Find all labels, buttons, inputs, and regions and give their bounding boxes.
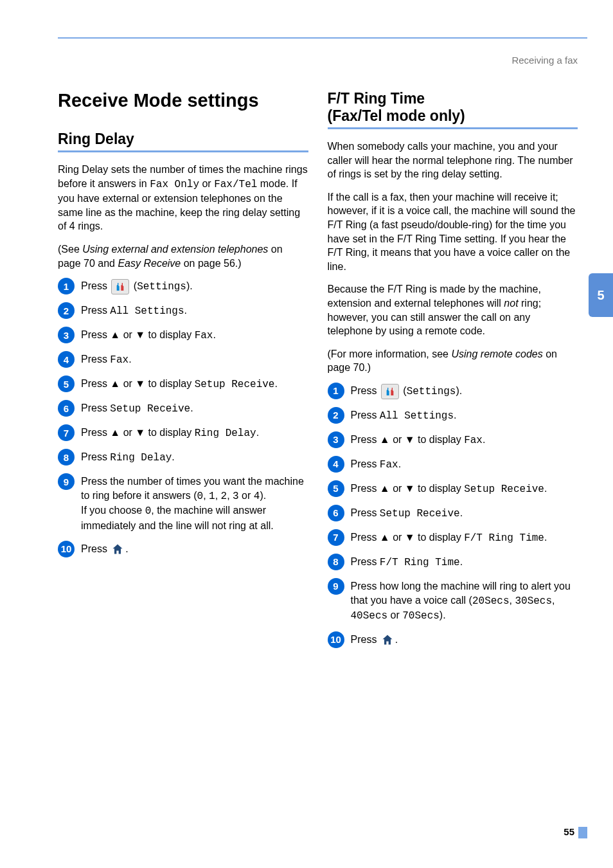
step-text: Press All Settings. xyxy=(351,408,578,424)
step-text: Press All Settings. xyxy=(81,303,308,319)
text: F/T Ring Time xyxy=(328,90,425,107)
left-para-2: (See Using external and extension teleph… xyxy=(58,242,308,270)
code-text: 0 xyxy=(197,491,204,502)
code-text: Setup Receive xyxy=(195,379,275,390)
text: or xyxy=(239,490,254,501)
page-number: 55 xyxy=(564,826,574,837)
step-5: 5 Press ▲ or ▼ to display Setup Receive. xyxy=(58,377,308,392)
text: ). xyxy=(456,385,462,396)
text: . xyxy=(190,402,193,413)
text: Press xyxy=(81,543,110,554)
text: , xyxy=(203,490,209,501)
code-text: 70Secs xyxy=(402,610,440,622)
text: Press xyxy=(351,507,380,518)
text: . xyxy=(460,556,463,567)
text: Press xyxy=(351,410,380,420)
text: or xyxy=(387,610,402,620)
text: . xyxy=(544,483,547,494)
step-number: 1 xyxy=(58,278,75,294)
right-para-3: Because the F/T Ring is made by the mach… xyxy=(328,282,578,338)
step-text: Press how long the machine will ring to … xyxy=(351,579,578,624)
step-number: 1 xyxy=(328,383,344,399)
step-text: Press ▲ or ▼ to display Fax. xyxy=(81,328,308,343)
cross-ref: Using remote codes xyxy=(451,348,542,359)
text: , xyxy=(227,490,233,501)
text: Press ▲ or ▼ to display xyxy=(351,532,465,543)
text: Press xyxy=(81,305,110,316)
code-text: Fax xyxy=(110,354,129,366)
step-4: 4 Press Fax. xyxy=(58,352,308,368)
right-para-1: When somebody calls your machine, you an… xyxy=(328,140,578,181)
right-column: F/T Ring Time (Fax/Tel mode only) When s… xyxy=(328,90,578,657)
text: ). xyxy=(260,490,266,501)
text: Press xyxy=(81,280,110,291)
step-number: 7 xyxy=(328,529,344,546)
text: . xyxy=(129,354,131,365)
step-text: Press ▲ or ▼ to display Ring Delay. xyxy=(81,426,308,441)
code-text: Settings xyxy=(137,281,186,293)
step-3: 3 Press ▲ or ▼ to display Fax. xyxy=(58,328,308,343)
step-number: 9 xyxy=(58,473,75,490)
text: ( xyxy=(130,280,137,291)
step-6: 6 Press Setup Receive. xyxy=(328,506,578,521)
step-4: 4 Press Fax. xyxy=(328,457,578,473)
code-text: 4 xyxy=(254,491,260,502)
step-text: Press (Settings). xyxy=(81,279,308,294)
text: . xyxy=(544,532,547,543)
text: . xyxy=(274,378,277,389)
text: or xyxy=(199,178,214,189)
code-text: 30Secs xyxy=(515,595,552,607)
step-number: 5 xyxy=(58,375,75,392)
chapter-title: Receiving a fax xyxy=(511,55,578,66)
code-text: Setup Receive xyxy=(464,484,544,495)
step-1: 1 Press (Settings). xyxy=(58,279,308,294)
step-text: Press (Settings). xyxy=(351,384,578,399)
step-text: Press . xyxy=(351,633,578,647)
text: Press ▲ or ▼ to display xyxy=(81,378,195,389)
content-columns: Receive Mode settings Ring Delay Ring De… xyxy=(58,90,578,657)
text: Press xyxy=(351,458,380,469)
step-9: 9 Press the number of times you want the… xyxy=(58,475,308,532)
text: , xyxy=(215,490,221,501)
chapter-tab: 5 xyxy=(589,273,613,317)
cross-ref: Using external and extension telephones xyxy=(82,244,268,255)
home-icon xyxy=(380,633,395,647)
text: , xyxy=(552,595,555,606)
step-number: 2 xyxy=(58,302,75,319)
cross-ref: Easy Receive xyxy=(118,258,181,269)
top-rule xyxy=(58,37,587,39)
step-2: 2 Press All Settings. xyxy=(328,408,578,424)
code-text: Fax Only xyxy=(150,179,199,190)
page: Receiving a fax Receive Mode settings Ri… xyxy=(0,0,613,868)
step-text: Press Fax. xyxy=(351,457,578,473)
code-text: Setup Receive xyxy=(380,508,460,520)
text: (Fax/Tel mode only) xyxy=(328,107,465,124)
text: (See xyxy=(58,244,82,255)
code-text: 3 xyxy=(233,491,239,502)
code-text: Fax/Tel xyxy=(214,179,257,190)
step-number: 8 xyxy=(58,449,75,466)
code-text: F/T Ring Time xyxy=(380,557,460,568)
text: (For more information, see xyxy=(328,348,452,359)
code-text: 2 xyxy=(221,491,227,502)
step-8: 8 Press F/T Ring Time. xyxy=(328,555,578,570)
step-number: 7 xyxy=(58,424,75,441)
code-text: Settings xyxy=(407,386,456,397)
step-number: 6 xyxy=(58,400,75,417)
left-subtitle: Ring Delay xyxy=(58,131,308,148)
text: . xyxy=(172,451,174,462)
subtitle-rule xyxy=(328,127,578,129)
home-icon xyxy=(110,542,125,556)
page-number-bar xyxy=(578,827,587,838)
text: Press xyxy=(351,634,380,645)
step-text: Press F/T Ring Time. xyxy=(351,555,578,570)
step-number: 8 xyxy=(328,554,344,570)
step-text: Press Ring Delay. xyxy=(81,450,308,466)
text: . xyxy=(460,507,463,518)
code-text: Fax xyxy=(464,435,483,446)
step-text: Press Setup Receive. xyxy=(351,506,578,521)
step-number: 3 xyxy=(58,327,75,343)
code-text: Fax xyxy=(195,330,213,341)
text: Press xyxy=(81,402,110,413)
right-para-2: If the call is a fax, then your machine … xyxy=(328,190,578,274)
